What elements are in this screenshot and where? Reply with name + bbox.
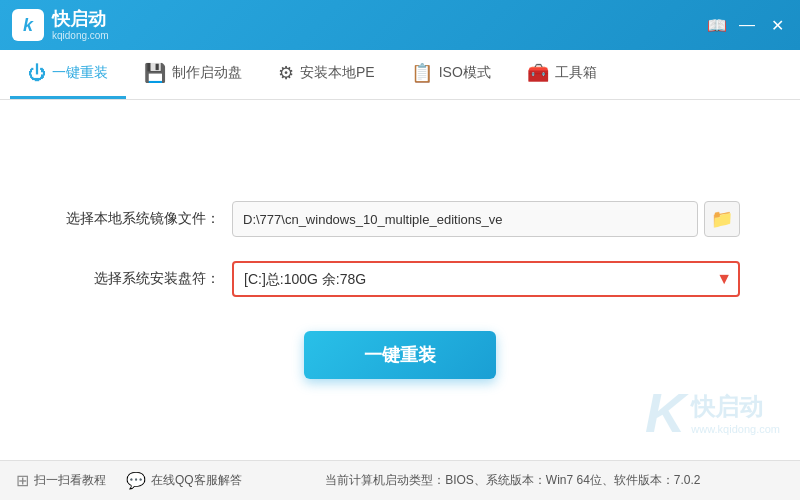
make-boot-icon: 💾 <box>144 62 166 84</box>
status-text: 当前计算机启动类型：BIOS、系统版本：Win7 64位、软件版本：7.0.2 <box>242 472 784 489</box>
minimize-button[interactable]: — <box>736 14 758 36</box>
tab-toolbox[interactable]: 🧰 工具箱 <box>509 50 615 99</box>
scan-tutorial-item[interactable]: ⊞ 扫一扫看教程 <box>16 471 106 490</box>
qr-code-icon: ⊞ <box>16 471 29 490</box>
watermark-text-area: 快启动 www.kqidong.com <box>691 391 780 435</box>
close-button[interactable]: ✕ <box>766 14 788 36</box>
tab-reinstall-label: 一键重装 <box>52 64 108 82</box>
iso-mode-icon: 📋 <box>411 62 433 84</box>
tab-make-boot[interactable]: 💾 制作启动盘 <box>126 50 260 99</box>
disk-select[interactable]: [C:]总:100G 余:78G <box>232 261 740 297</box>
app-subtitle: kqidong.com <box>52 30 109 41</box>
logo-icon: k <box>12 9 44 41</box>
footer-left: ⊞ 扫一扫看教程 💬 在线QQ客服解答 <box>16 471 242 490</box>
tab-iso-mode-label: ISO模式 <box>439 64 491 82</box>
file-label: 选择本地系统镜像文件： <box>60 210 220 228</box>
watermark-url: www.kqidong.com <box>691 423 780 435</box>
file-selection-row: 选择本地系统镜像文件： D:\777\cn_windows_10_multipl… <box>60 201 740 237</box>
scan-tutorial-label: 扫一扫看教程 <box>34 472 106 489</box>
help-icon[interactable]: 📖 <box>706 14 728 36</box>
logo-area: k 快启动 kqidong.com <box>12 9 109 42</box>
disk-selection-row: 选择系统安装盘符： [C:]总:100G 余:78G ▼ <box>60 261 740 297</box>
file-input-wrapper: D:\777\cn_windows_10_multiple_editions_v… <box>232 201 740 237</box>
title-bar: k 快启动 kqidong.com 📖 — ✕ <box>0 0 800 50</box>
tab-make-boot-label: 制作启动盘 <box>172 64 242 82</box>
reinstall-icon: ⏻ <box>28 63 46 84</box>
watermark-title: 快启动 <box>691 391 780 423</box>
file-input-display[interactable]: D:\777\cn_windows_10_multiple_editions_v… <box>232 201 698 237</box>
disk-label: 选择系统安装盘符： <box>60 270 220 288</box>
tab-install-pe[interactable]: ⚙ 安装本地PE <box>260 50 393 99</box>
watermark: K 快启动 www.kqidong.com <box>645 380 780 445</box>
chat-icon: 💬 <box>126 471 146 490</box>
app-title: 快启动 <box>52 9 109 31</box>
toolbox-icon: 🧰 <box>527 62 549 84</box>
install-button[interactable]: 一键重装 <box>304 331 496 379</box>
tab-toolbox-label: 工具箱 <box>555 64 597 82</box>
nav-bar: ⏻ 一键重装 💾 制作启动盘 ⚙ 安装本地PE 📋 ISO模式 🧰 工具箱 <box>0 50 800 100</box>
logo-text-area: 快启动 kqidong.com <box>52 9 109 42</box>
tab-reinstall[interactable]: ⏻ 一键重装 <box>10 50 126 99</box>
footer: ⊞ 扫一扫看教程 💬 在线QQ客服解答 当前计算机启动类型：BIOS、系统版本：… <box>0 460 800 500</box>
disk-dropdown-wrapper: [C:]总:100G 余:78G ▼ <box>232 261 740 297</box>
watermark-letter: K <box>645 380 685 445</box>
qq-service-item[interactable]: 💬 在线QQ客服解答 <box>126 471 242 490</box>
tab-install-pe-label: 安装本地PE <box>300 64 375 82</box>
folder-browse-button[interactable]: 📁 <box>704 201 740 237</box>
install-pe-icon: ⚙ <box>278 62 294 84</box>
tab-iso-mode[interactable]: 📋 ISO模式 <box>393 50 509 99</box>
qq-service-label: 在线QQ客服解答 <box>151 472 242 489</box>
window-controls: 📖 — ✕ <box>706 14 788 36</box>
